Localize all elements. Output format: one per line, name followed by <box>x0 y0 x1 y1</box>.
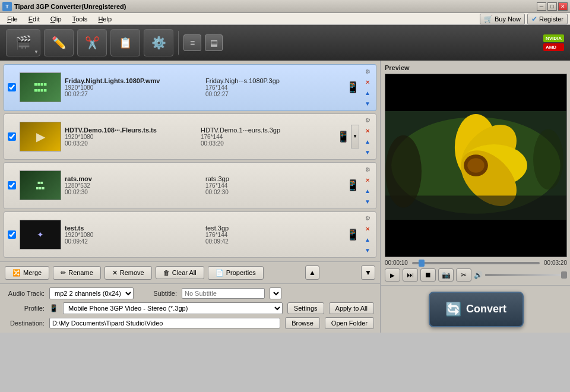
file-out-dims-3: 176*144 <box>205 182 343 189</box>
clip-preview-button[interactable]: ✂ <box>456 268 471 282</box>
gear-icon-2[interactable]: ⚙ <box>363 116 372 125</box>
profile-select[interactable]: Mobile Phone 3GP Video - Stereo (*.3gp) <box>63 302 283 314</box>
file-thumbnail-4: ✦ <box>20 220 61 249</box>
file-actions-1: ⚙ ✕ ▲ ▼ <box>363 67 372 108</box>
subtitle-label: Subtitle: <box>138 290 177 297</box>
properties-icon: 📄 <box>216 269 224 277</box>
preview-video <box>385 74 567 257</box>
settings-bar: Audio Track: mp2 2 channels (0x24) Subti… <box>0 283 380 333</box>
list-view-button[interactable]: ≡ <box>183 34 201 51</box>
volume-icon[interactable]: 🔊 <box>474 271 483 279</box>
subtitle-select[interactable] <box>270 287 281 299</box>
gear-icon-4[interactable]: ⚙ <box>363 214 372 223</box>
file-actions-3: ⚙ ✕ ▲ ▼ <box>363 165 372 206</box>
file-info-4: test.ts 1920*1080 00:09:42 <box>65 225 202 245</box>
edit-video-button[interactable]: ✏️ <box>44 29 74 56</box>
file-checkbox-4[interactable] <box>8 230 16 239</box>
close-icon-1[interactable]: ✕ <box>363 77 372 87</box>
menu-edit[interactable]: Edit <box>24 14 45 24</box>
file-out-dims-1: 176*144 <box>205 84 343 91</box>
rename-button[interactable]: ✏ Rename <box>53 266 101 280</box>
move-up-button[interactable]: ▲ <box>305 265 319 280</box>
down-icon-1[interactable]: ▼ <box>363 99 372 108</box>
clear-all-button[interactable]: 🗑 Clear All <box>156 266 204 279</box>
grid-view-button[interactable]: ▤ <box>205 34 223 51</box>
file-duration-4: 00:09:42 <box>65 238 202 245</box>
file-controls-3: 📱 <box>346 179 359 192</box>
file-out-dur-3: 00:02:30 <box>205 189 343 195</box>
profile-label: Profile: <box>6 305 45 312</box>
convert-button[interactable]: 🔄 Convert <box>429 292 524 327</box>
nvidia-badge: NVIDIA <box>543 34 564 42</box>
stop-button[interactable]: ⏹ <box>420 268 436 282</box>
phone-icon-4[interactable]: 📱 <box>346 228 359 241</box>
audio-track-select[interactable]: mp2 2 channels (0x24) <box>49 287 134 299</box>
gear-icon-1[interactable]: ⚙ <box>363 67 372 76</box>
buy-now-button[interactable]: 🛒 Buy Now <box>480 14 525 24</box>
close-icon-3[interactable]: ✕ <box>363 175 372 185</box>
down-icon-2[interactable]: ▼ <box>363 148 372 157</box>
merge-icon: 🔀 <box>12 269 21 277</box>
time-slider[interactable] <box>412 262 540 264</box>
browse-button[interactable]: Browse <box>285 317 320 329</box>
subtitle-input[interactable] <box>182 288 265 299</box>
file-name-2: HDTV.Demo.108···.Fleurs.ts.ts <box>65 127 197 134</box>
right-panel: Preview <box>380 61 570 333</box>
file-duration-2: 00:03:20 <box>65 140 197 147</box>
file-checkbox-2[interactable] <box>8 132 16 141</box>
file-output-2: HDTV.Demo.1···eurs.ts.3gp 176*144 00:03:… <box>201 127 333 147</box>
time-slider-thumb <box>419 260 425 267</box>
menu-tools[interactable]: Tools <box>68 14 93 24</box>
register-button[interactable]: ✔ Register <box>527 14 568 24</box>
current-time: 00:00:10 <box>385 260 408 266</box>
open-folder-button[interactable]: Open Folder <box>325 317 374 329</box>
preview-label: Preview <box>385 64 567 71</box>
merge-button[interactable]: 🔀 Merge <box>5 266 49 280</box>
file-device-area-2: 📱 ▼ <box>337 125 359 148</box>
add-video-button[interactable]: 🎬 ▼ <box>6 29 40 56</box>
gear-icon-3[interactable]: ⚙ <box>363 165 372 174</box>
file-info-1: Friday.Night.Lights.1080P.wmv 1920*1080 … <box>65 77 202 97</box>
file-checkbox-1[interactable] <box>8 83 16 91</box>
properties-button[interactable]: 📄 Properties <box>208 266 264 280</box>
minimize-button[interactable]: ─ <box>537 2 546 11</box>
close-icon-2[interactable]: ✕ <box>363 127 372 136</box>
up-icon-3[interactable]: ▲ <box>363 186 372 195</box>
phone-icon-1[interactable]: 📱 <box>346 81 359 94</box>
remove-icon: ✕ <box>112 269 118 277</box>
up-icon-1[interactable]: ▲ <box>363 88 372 97</box>
remove-button[interactable]: ✕ Remove <box>104 266 152 280</box>
screenshot-button[interactable]: 📷 <box>438 268 454 282</box>
volume-slider[interactable] <box>485 274 567 276</box>
device-dropdown-2[interactable]: ▼ <box>351 125 359 148</box>
down-icon-4[interactable]: ▼ <box>363 246 372 255</box>
play-button[interactable]: ▶ <box>385 268 400 282</box>
file-output-4: test.3gp 176*144 00:09:42 <box>205 225 343 245</box>
down-icon-3[interactable]: ▼ <box>363 197 372 206</box>
add-dropdown-icon: ▼ <box>34 49 39 55</box>
close-icon-4[interactable]: ✕ <box>363 225 372 234</box>
maximize-button[interactable]: □ <box>547 2 557 11</box>
up-icon-2[interactable]: ▲ <box>363 137 372 147</box>
file-list: ■■■■■■■■ Friday.Night.Lights.1080P.wmv 1… <box>0 61 380 261</box>
clip-button[interactable]: ✂️ <box>77 29 107 56</box>
fast-forward-button[interactable]: ⏭ <box>403 268 418 282</box>
merge-button[interactable]: 📋 <box>110 29 140 56</box>
settings-toolbar-button[interactable]: ⚙️ <box>144 29 173 56</box>
destination-input[interactable] <box>49 318 280 328</box>
file-actions-2: ⚙ ✕ ▲ ▼ <box>363 116 372 157</box>
menu-help[interactable]: Help <box>93 14 116 24</box>
file-name-3: rats.mov <box>65 175 202 182</box>
file-dims-4: 1920*1080 <box>65 232 202 238</box>
phone-icon-3[interactable]: 📱 <box>346 179 359 192</box>
apply-to-all-button[interactable]: Apply to All <box>329 302 374 314</box>
close-button[interactable]: ✕ <box>558 2 568 11</box>
menu-file[interactable]: File <box>2 14 23 24</box>
move-down-button[interactable]: ▼ <box>361 265 375 280</box>
settings-button[interactable]: Settings <box>287 302 324 314</box>
menu-clip[interactable]: Clip <box>46 14 66 24</box>
phone-icon-2[interactable]: 📱 <box>337 130 350 143</box>
file-checkbox-3[interactable] <box>8 181 16 189</box>
play-overlay-2: ▶ <box>36 129 45 144</box>
up-icon-4[interactable]: ▲ <box>363 235 372 245</box>
